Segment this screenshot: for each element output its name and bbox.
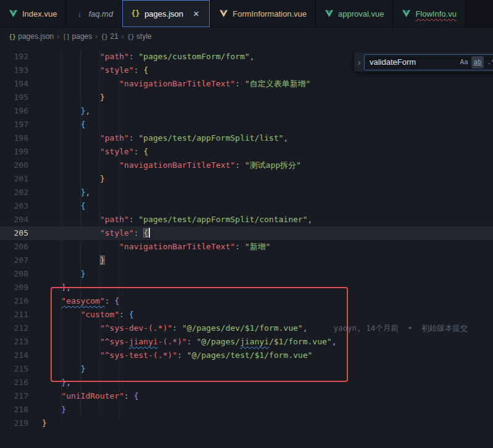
editor[interactable]: 192 "path": "pages/customForm/form",193 …: [0, 45, 493, 448]
code-line-204[interactable]: 204 "path": "pages/test/appFormSplit/con…: [0, 213, 493, 226]
line-number[interactable]: 195: [0, 91, 28, 104]
whole-word-toggle[interactable]: ab: [471, 56, 484, 68]
code-line-197[interactable]: 197 {: [0, 118, 493, 131]
match-case-toggle[interactable]: Aa: [458, 56, 470, 68]
code-token: "path": [100, 215, 129, 224]
breadcrumb-label: style: [136, 32, 152, 41]
code-line-219[interactable]: 219}: [0, 417, 493, 430]
code-line-198[interactable]: 198 "path": "pages/test/appFormSplit/lis…: [0, 131, 493, 145]
code-token: "新增": [245, 242, 271, 251]
code-token: "path": [100, 52, 129, 61]
code-area[interactable]: 192 "path": "pages/customForm/form",193 …: [0, 45, 493, 430]
line-number[interactable]: 216: [0, 376, 28, 389]
line-number[interactable]: 192: [0, 50, 28, 64]
tab-FormInformation.vue[interactable]: FormInformation.vue: [210, 0, 316, 27]
code-line-196[interactable]: 196 },: [0, 104, 493, 118]
code-token: :: [187, 337, 197, 346]
line-number[interactable]: 217: [0, 389, 28, 403]
code-line-content: }: [28, 172, 105, 186]
breadcrumb-separator: ›: [57, 32, 59, 41]
line-number[interactable]: 196: [0, 104, 28, 118]
code-line-content: },: [28, 104, 90, 118]
code-token: [42, 160, 119, 170]
code-token: "@/pages/: [196, 337, 239, 346]
code-token: [42, 296, 61, 305]
code-line-199[interactable]: 199 "style": {: [0, 145, 493, 159]
code-line-206[interactable]: 206 "navigationBarTitleText": "新增": [0, 240, 493, 254]
line-number[interactable]: 213: [0, 335, 28, 349]
line-number[interactable]: 211: [0, 308, 28, 321]
line-number[interactable]: 199: [0, 145, 28, 159]
line-number[interactable]: 201: [0, 172, 28, 186]
line-number[interactable]: 197: [0, 118, 28, 131]
tab-faq.md[interactable]: ↓faq.md: [66, 0, 122, 27]
line-number[interactable]: 198: [0, 131, 28, 145]
code-line-209[interactable]: 209 ],: [0, 281, 493, 294]
tab-FlowInfo.vu[interactable]: FlowInfo.vu: [393, 0, 465, 27]
regex-toggle[interactable]: .*: [485, 56, 493, 68]
breadcrumb-item-style[interactable]: {}style: [127, 32, 152, 41]
code-token: :: [129, 215, 139, 224]
tab-pages.json[interactable]: {}pages.json✕: [122, 0, 210, 27]
code-line-208[interactable]: 208 }: [0, 267, 493, 281]
code-token: "custom": [81, 310, 120, 319]
code-token: ,: [66, 378, 71, 387]
line-number[interactable]: 194: [0, 77, 28, 91]
code-line-194[interactable]: 194 "navigationBarTitleText": "自定义表单新增": [0, 77, 493, 91]
line-number[interactable]: 205: [0, 226, 28, 240]
line-number[interactable]: 212: [0, 321, 28, 335]
code-line-211[interactable]: 211 "custom": {: [0, 308, 493, 321]
code-token: }: [100, 93, 105, 102]
code-line-214[interactable]: 214 "^sys-test-(.*)": "@/pages/test/$1/f…: [0, 349, 493, 362]
breadcrumb-item-21[interactable]: {}21: [101, 32, 118, 41]
code-token: "style": [100, 228, 134, 238]
line-number[interactable]: 215: [0, 362, 28, 376]
line-number[interactable]: 203: [0, 199, 28, 213]
code-line-207[interactable]: 207 }: [0, 254, 493, 267]
line-number[interactable]: 202: [0, 186, 28, 199]
code-line-195[interactable]: 195 }: [0, 91, 493, 104]
breadcrumb-item-pages[interactable]: []pages: [62, 32, 92, 41]
code-token: ,: [307, 215, 312, 224]
code-line-215[interactable]: 215 }: [0, 362, 493, 376]
code-line-217[interactable]: 217 "uniIdRouter": {: [0, 389, 493, 403]
code-line-212[interactable]: 212 "^sys-dev-(.*)": "@/pages/dev/$1/for…: [0, 321, 493, 335]
line-number[interactable]: 204: [0, 213, 28, 226]
line-number[interactable]: 208: [0, 267, 28, 281]
code-token: :: [124, 391, 134, 400]
code-line-201[interactable]: 201 }: [0, 172, 493, 186]
line-number[interactable]: 218: [0, 403, 28, 417]
line-number[interactable]: 210: [0, 294, 28, 308]
line-number[interactable]: 193: [0, 64, 28, 77]
tab-approval.vue[interactable]: approval.vue: [316, 0, 393, 27]
code-line-200[interactable]: 200 "navigationBarTitleText": "测试app拆分": [0, 159, 493, 172]
code-token: "navigationBarTitleText": [119, 242, 235, 251]
code-token: [42, 269, 81, 278]
code-token: [42, 65, 100, 75]
line-number[interactable]: 219: [0, 417, 28, 430]
code-line-218[interactable]: 218 }: [0, 403, 493, 417]
code-token: [42, 106, 81, 115]
vue-icon: [402, 10, 411, 17]
code-line-205[interactable]: 205 "style": {: [0, 226, 493, 240]
line-number[interactable]: 209: [0, 281, 28, 294]
code-token: :: [172, 323, 182, 333]
close-icon[interactable]: ✕: [191, 9, 201, 19]
tab-label: pages.json: [144, 9, 183, 19]
line-number[interactable]: 207: [0, 254, 28, 267]
code-line-213[interactable]: 213 "^sys-jianyi-(.*)": "@/pages/jianyi/…: [0, 335, 493, 349]
line-number[interactable]: 206: [0, 240, 28, 254]
code-token: jianyi: [240, 337, 269, 346]
breadcrumb-item-pages.json[interactable]: {}pages.json: [9, 32, 54, 41]
tab-Index.vue[interactable]: Index.vue: [0, 0, 66, 27]
code-line-content: "style": {: [28, 64, 148, 77]
code-line-203[interactable]: 203 {: [0, 199, 493, 213]
code-line-216[interactable]: 216 },: [0, 376, 493, 389]
code-line-202[interactable]: 202 },: [0, 186, 493, 199]
find-input[interactable]: [370, 57, 457, 67]
chevron-right-icon[interactable]: ›: [354, 57, 364, 67]
line-number[interactable]: 214: [0, 349, 28, 362]
code-line-210[interactable]: 210 "easycom": {: [0, 294, 493, 308]
line-number[interactable]: 200: [0, 159, 28, 172]
code-line-content: }: [28, 91, 105, 104]
